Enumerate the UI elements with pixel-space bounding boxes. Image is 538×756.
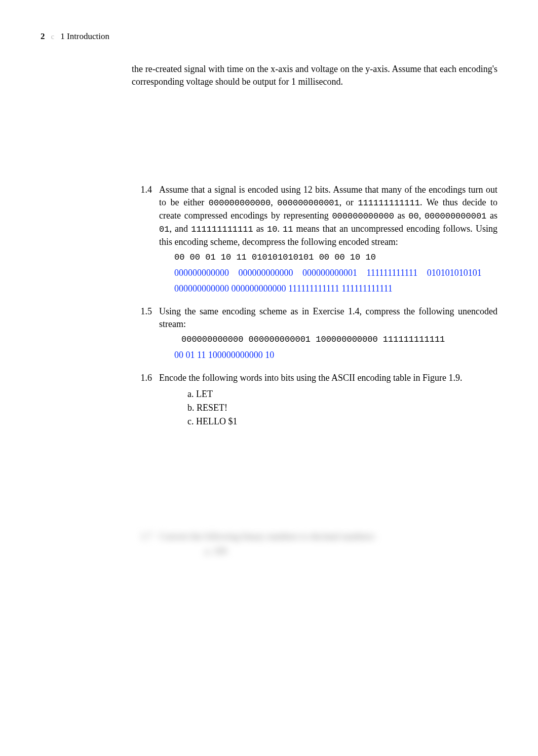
t: , and [169,224,191,234]
code: 111111111111 [358,198,419,208]
answer-line-1: 000000000000 000000000000 000000000001 1… [174,267,497,279]
exercise-number: 1.4 [132,184,152,298]
exercise-1-4: 1.4 Assume that a signal is encoded usin… [132,184,497,298]
code: 000000000000 [209,198,271,208]
answer-line-2: 000000000000 000000000000 111111111111 1… [174,282,497,295]
exercise-1-5: 1.5 Using the same encoding scheme as in… [132,305,497,365]
page-container: 2 c 1 Introduction the re-created signal… [0,0,538,596]
code: 00 [408,211,418,221]
content-area: the re-created signal with time on the x… [132,63,497,558]
code: 000000000001 [277,198,339,208]
exercise-number: 1.6 [132,372,152,429]
exercise-number: 1.7 [132,530,152,558]
code: 11 [283,225,293,234]
intro-paragraph: the re-created signal with time on the x… [132,63,497,88]
exercise-text: Encode the following words into bits usi… [159,372,497,384]
code-stream: 000000000000 000000000001 100000000000 1… [181,334,497,346]
blurred-preview: 1.7 Convert the following binary numbers… [132,530,497,558]
exercise-text: Using the same encoding scheme as in Exe… [159,305,497,331]
t: , [271,197,277,207]
blurred-sub-a: a. 100 [205,545,497,558]
exercise-number: 1.5 [132,305,152,365]
exercise-body: Using the same encoding scheme as in Exe… [159,305,497,365]
code: 10 [267,225,277,234]
t: , or [339,197,358,207]
code: 000000000001 [425,211,486,221]
blurred-text: Convert the following binary numbers to … [159,530,497,543]
t: as [394,210,408,221]
exercise-1-7-blurred: 1.7 Convert the following binary numbers… [132,530,497,558]
sub-a: a. LET [187,388,497,401]
code: 000000000000 [332,211,394,221]
sub-items: a. LET b. RESET! c. HELLO $1 [187,388,497,428]
exercise-body: Convert the following binary numbers to … [159,530,497,558]
code-stream: 00 00 01 10 11 010101010101 00 00 10 10 [174,251,497,264]
t: . [277,224,283,234]
sub-b: b. RESET! [187,402,497,414]
answer-line: 00 01 11 100000000000 10 [174,349,497,362]
header-separator: c [51,33,54,41]
chapter-label: 1 Introduction [60,31,109,41]
code: 111111111111 [191,225,253,234]
exercise-1-6: 1.6 Encode the following words into bits… [132,372,497,429]
t: as [253,224,267,234]
sub-c: c. HELLO $1 [187,415,497,428]
t: as [486,210,497,221]
code: 01 [159,225,169,234]
page-number: 2 [41,31,45,41]
exercise-text: Assume that a signal is encoded using 12… [159,184,497,248]
exercise-body: Encode the following words into bits usi… [159,372,497,429]
page-header: 2 c 1 Introduction [41,30,497,43]
t: , [419,210,425,221]
exercise-body: Assume that a signal is encoded using 12… [159,184,497,298]
